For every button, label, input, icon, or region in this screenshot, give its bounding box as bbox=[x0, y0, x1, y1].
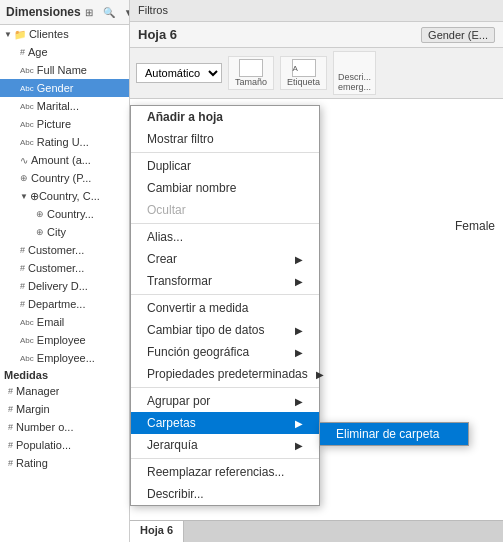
tree-item-gender[interactable]: Abc Gender bbox=[0, 79, 129, 97]
tree-item-employee2[interactable]: Abc Employee... bbox=[0, 349, 129, 367]
menu-item-convertir[interactable]: Convertir a medida bbox=[131, 297, 319, 319]
item-text-margin: Margin bbox=[16, 403, 50, 415]
submenu-arrow-carpetas: ▶ bbox=[295, 418, 303, 429]
item-text-country-p: Country (P... bbox=[31, 172, 91, 184]
tamaño-btn[interactable] bbox=[239, 59, 263, 77]
tree-item-rating[interactable]: Abc Rating U... bbox=[0, 133, 129, 151]
separator-3 bbox=[131, 294, 319, 295]
menu-item-crear[interactable]: Crear ▶ bbox=[131, 248, 319, 270]
measure-icon-rating-m: # bbox=[8, 458, 13, 468]
abc-icon-picture: Abc bbox=[20, 120, 34, 129]
search-icon[interactable]: 🔍 bbox=[101, 4, 117, 20]
separator-4 bbox=[131, 387, 319, 388]
measure-icon-cust2: # bbox=[20, 263, 25, 273]
chevron-country-c: ▼ bbox=[20, 192, 28, 201]
country-c-group[interactable]: ▼ ⊕ Country, C... bbox=[0, 187, 129, 205]
item-text-population: Populatio... bbox=[16, 439, 71, 451]
panel-icons: ⊞ 🔍 ▼ bbox=[81, 4, 130, 20]
submenu-arrow-jerarquia: ▶ bbox=[295, 440, 303, 451]
sub-menu-item-eliminar-carpeta[interactable]: Eliminar de carpeta bbox=[320, 423, 468, 445]
tree-item-country-sub[interactable]: ⊕ Country... bbox=[0, 205, 129, 223]
submenu-arrow-agrupar: ▶ bbox=[295, 396, 303, 407]
etiqueta-btn[interactable]: A bbox=[292, 59, 316, 77]
measure-icon-amount: ∿ bbox=[20, 155, 28, 166]
submenu-arrow-geo: ▶ bbox=[295, 347, 303, 358]
menu-item-describir[interactable]: Describir... bbox=[131, 483, 319, 505]
item-text-customer2: Customer... bbox=[28, 262, 84, 274]
item-text-gender: Gender bbox=[37, 82, 74, 94]
tree-item-country-p[interactable]: ⊕ Country (P... bbox=[0, 169, 129, 187]
item-text-amount: Amount (a... bbox=[31, 154, 91, 166]
automático-select[interactable]: Automático bbox=[136, 63, 222, 83]
tree-item-margin[interactable]: # Margin bbox=[0, 400, 129, 418]
geo-icon-country-p: ⊕ bbox=[20, 173, 28, 183]
tree-item-manager[interactable]: # Manager bbox=[0, 382, 129, 400]
menu-item-propiedades[interactable]: Propiedades predeterminadas ▶ bbox=[131, 363, 319, 385]
measure-icon-delivery: # bbox=[20, 281, 25, 291]
tree-item-fullname[interactable]: Abc Full Name bbox=[0, 61, 129, 79]
menu-item-jerarquia[interactable]: Jerarquía ▶ bbox=[131, 434, 319, 456]
tree-item-delivery[interactable]: # Delivery D... bbox=[0, 277, 129, 295]
tree-item-customer2[interactable]: # Customer... bbox=[0, 259, 129, 277]
menu-item-funcion-geo[interactable]: Función geográfica ▶ bbox=[131, 341, 319, 363]
measure-icon-dept: # bbox=[20, 299, 25, 309]
filters-bar: Filtros bbox=[130, 0, 503, 22]
descri-label: Descri... bbox=[338, 72, 371, 82]
submenu-arrow-prop: ▶ bbox=[316, 369, 324, 380]
item-text-customer1: Customer... bbox=[28, 244, 84, 256]
tree-item-employee1[interactable]: Abc Employee bbox=[0, 331, 129, 349]
separator-1 bbox=[131, 152, 319, 153]
item-text-employee1: Employee bbox=[37, 334, 86, 346]
tree-item-picture[interactable]: Abc Picture bbox=[0, 115, 129, 133]
sheet-tab-hoja6[interactable]: Hoja 6 bbox=[130, 521, 184, 542]
menu-item-anadir[interactable]: Añadir a hoja bbox=[131, 106, 319, 128]
etiqueta-label: Etiqueta bbox=[287, 77, 320, 87]
menu-item-transformar[interactable]: Transformar ▶ bbox=[131, 270, 319, 292]
tree-item-number[interactable]: # Number o... bbox=[0, 418, 129, 436]
measure-icon-mgr: # bbox=[8, 386, 13, 396]
tree-item-marital[interactable]: Abc Marital... bbox=[0, 97, 129, 115]
clientes-group[interactable]: ▼ 📁 Clientes bbox=[0, 25, 129, 43]
descri-btn[interactable] bbox=[343, 54, 367, 72]
female-value: Female bbox=[455, 219, 495, 233]
grid-icon[interactable]: ⊞ bbox=[81, 4, 97, 20]
item-text-marital: Marital... bbox=[37, 100, 79, 112]
item-text-city: City bbox=[47, 226, 66, 238]
geo-icon-city: ⊕ bbox=[36, 227, 44, 237]
item-text-rating: Rating U... bbox=[37, 136, 89, 148]
tree-item-city[interactable]: ⊕ City bbox=[0, 223, 129, 241]
panel-title: Dimensiones bbox=[6, 5, 81, 19]
item-text-number: Number o... bbox=[16, 421, 73, 433]
menu-item-reemplazar[interactable]: Reemplazar referencias... bbox=[131, 461, 319, 483]
tree-item-customer1[interactable]: # Customer... bbox=[0, 241, 129, 259]
tree-content: ▼ 📁 Clientes # Age Abc Full Name Abc Gen… bbox=[0, 25, 129, 542]
menu-item-agrupar[interactable]: Agrupar por ▶ bbox=[131, 390, 319, 412]
menu-item-carpetas[interactable]: Carpetas ▶ bbox=[131, 412, 319, 434]
tree-item-department[interactable]: # Departme... bbox=[0, 295, 129, 313]
medidas-section: Medidas bbox=[0, 367, 129, 382]
menu-item-duplicar[interactable]: Duplicar bbox=[131, 155, 319, 177]
measure-icon-cust1: # bbox=[20, 245, 25, 255]
tree-item-email[interactable]: Abc Email bbox=[0, 313, 129, 331]
tree-item-population[interactable]: # Populatio... bbox=[0, 436, 129, 454]
menu-item-alias[interactable]: Alias... bbox=[131, 226, 319, 248]
item-text-picture: Picture bbox=[37, 118, 71, 130]
gender-filter-tag[interactable]: Gender (E... bbox=[421, 27, 495, 43]
measure-icon-number: # bbox=[8, 422, 13, 432]
item-text-manager: Manager bbox=[16, 385, 59, 397]
measure-icon: # bbox=[20, 47, 25, 57]
abc-icon-email: Abc bbox=[20, 318, 34, 327]
menu-item-cambiar-nombre[interactable]: Cambiar nombre bbox=[131, 177, 319, 199]
tree-item-amount[interactable]: ∿ Amount (a... bbox=[0, 151, 129, 169]
separator-5 bbox=[131, 458, 319, 459]
abc-icon-emp2: Abc bbox=[20, 354, 34, 363]
item-text-fullname: Full Name bbox=[37, 64, 87, 76]
separator-2 bbox=[131, 223, 319, 224]
expand-icon[interactable]: ▼ bbox=[121, 4, 130, 20]
menu-item-filtro[interactable]: Mostrar filtro bbox=[131, 128, 319, 150]
tree-item-rating-m[interactable]: # Rating bbox=[0, 454, 129, 472]
submenu-arrow-tipo: ▶ bbox=[295, 325, 303, 336]
item-text-age: Age bbox=[28, 46, 48, 58]
tree-item-age[interactable]: # Age bbox=[0, 43, 129, 61]
menu-item-cambiar-tipo[interactable]: Cambiar tipo de datos ▶ bbox=[131, 319, 319, 341]
